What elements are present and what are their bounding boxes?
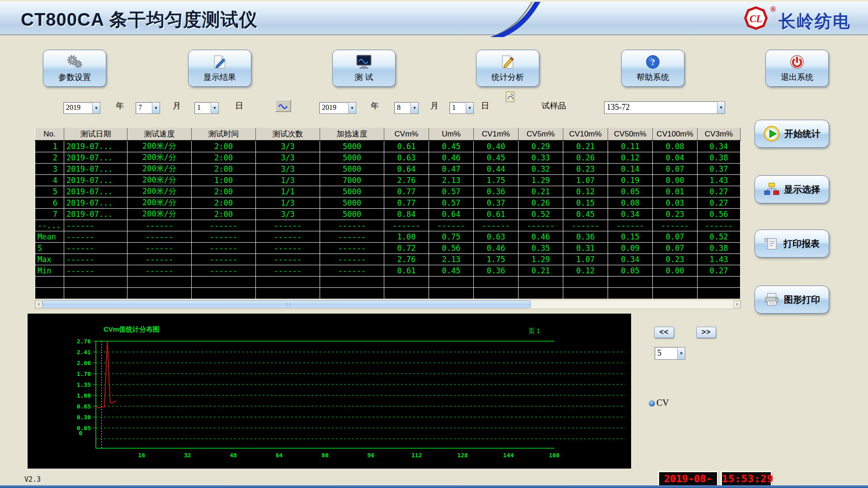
column-header[interactable]: CVm% [384,128,429,141]
table-row[interactable] [35,287,741,299]
start-statistics-button[interactable]: 开始统计 [755,120,829,148]
table-cell: 2019-07... [64,208,127,220]
column-header[interactable]: 测试次数 [256,128,320,141]
table-cell: 0.46 [474,242,519,253]
column-header[interactable]: CV1m% [474,128,519,141]
prev-page-button[interactable]: << [654,327,674,338]
end-year-select[interactable]: 2019 ▼ [319,102,356,114]
dropdown-arrow-icon[interactable]: ▼ [92,103,100,113]
table-row[interactable]: 12019-07...200米/分2:003/350000.610.450.40… [35,141,741,152]
sample-select[interactable]: 135-72 ▼ [604,101,725,114]
show-results-button[interactable]: 显示结果 [188,50,251,87]
table-row[interactable]: Min------------------------------0.610.4… [35,265,741,276]
column-header[interactable]: Um% [429,128,474,141]
table-cell: 0.84 [384,208,429,220]
dropdown-arrow-icon[interactable]: ▼ [466,103,473,113]
table-cell: 0.08 [653,141,698,152]
statistics-analysis-button[interactable]: 统计分析 [476,50,539,87]
table-cell: 3/3 [256,208,320,220]
hand-note-icon [505,91,515,103]
table-row[interactable]: 62019-07...200米/分2:001/350000.770.570.37… [35,197,741,208]
dropdown-arrow-icon[interactable]: ▼ [211,103,218,113]
start-year-select[interactable]: 2019 ▼ [63,102,100,114]
column-header[interactable]: CV10m% [563,128,608,141]
button-label: 显示选择 [784,183,820,196]
table-cell: ------ [64,242,127,253]
table-cell: ------ [64,220,127,231]
table-cell: 0.23 [653,208,698,220]
button-label: 开始统计 [784,128,821,140]
date-range-separator-button[interactable] [275,99,291,112]
table-cell: ------ [256,265,320,276]
dropdown-arrow-icon[interactable]: ▼ [410,103,418,113]
dropdown-arrow-icon[interactable]: ▼ [152,103,160,113]
column-header[interactable]: CV3m% [698,128,741,141]
table-row[interactable]: 42019-07...200米/分1:001/370002.762.131.75… [35,174,741,186]
start-month-select[interactable]: 7 ▼ [136,102,160,114]
exit-system-button[interactable]: 退出系统 [765,50,829,87]
display-select-button[interactable]: 显示选择 [755,175,829,203]
table-cell: 0.44 [474,163,519,174]
svg-text:128: 128 [457,452,468,459]
page-size-select[interactable]: 5 ▼ [655,347,685,360]
table-horizontal-scrollbar[interactable]: ‹ › [35,300,741,309]
column-header[interactable]: 测试日期 [64,128,127,141]
column-header[interactable]: CV5m% [519,128,563,141]
column-header[interactable]: No. [35,128,64,141]
start-month-value: 7 [136,103,152,113]
next-page-button[interactable]: >> [696,327,716,338]
end-month-select[interactable]: 8 ▼ [394,102,419,114]
svg-text:1.35: 1.35 [77,381,91,388]
table-cell: ------ [127,242,192,253]
dropdown-arrow-icon[interactable]: ▼ [717,102,725,113]
table-cell: 4 [35,174,64,186]
column-header[interactable]: 测试速度 [127,128,192,141]
table-cell: 0.33 [519,152,563,163]
column-header[interactable]: 加捻速度 [320,128,384,141]
table-row[interactable]: --...-----------------------------------… [35,220,741,231]
table-cell: 1/3 [256,197,320,208]
table-cell: ------ [320,231,384,242]
scroll-left-arrow[interactable]: ‹ [35,300,42,308]
table-cell: 0.46 [429,152,474,163]
start-day-select[interactable]: 1 ▼ [194,102,219,114]
table-cell [563,287,608,299]
table-row[interactable]: 22019-07...200米/分2:003/350000.630.460.45… [35,152,741,163]
print-graph-button[interactable]: 图形打印 [755,286,829,314]
help-system-button[interactable]: ? 帮助系统 [621,50,684,87]
table-cell: 0.12 [608,152,653,163]
table-cell: 7 [35,208,64,220]
table-row[interactable]: 52019-07...200米/分2:001/150000.770.570.36… [35,186,741,197]
table-cell: 0.23 [563,163,608,174]
table-row[interactable]: Mean------------------------------1.000.… [35,231,741,242]
print-report-button[interactable]: 打印报表 [755,230,829,258]
svg-text:0.30: 0.30 [77,414,91,421]
cv-series-toggle[interactable] [649,400,655,407]
table-cell: 0.46 [519,231,563,242]
table-cell: 0.52 [698,231,741,242]
table-cell: 200米/分 [127,197,192,208]
table-row[interactable]: 72019-07...200米/分2:003/350000.840.640.61… [35,208,741,220]
table-row[interactable] [35,276,741,287]
column-header[interactable]: CV50m% [608,128,653,141]
table-cell: 0.45 [563,208,608,220]
column-header[interactable]: 测试时间 [192,128,256,141]
scroll-right-arrow[interactable]: › [733,300,741,308]
table-cell: 0.32 [519,163,563,174]
table-cell: ------ [698,220,741,231]
params-settings-button[interactable]: 参数设置 [43,50,106,87]
table-row[interactable]: Max------------------------------2.762.1… [35,253,741,265]
sample-label: 试样品 [542,100,566,111]
dropdown-arrow-icon[interactable]: ▼ [348,103,356,113]
table-row[interactable]: 32019-07...200米/分2:003/350000.640.470.44… [35,163,741,174]
scrollbar-thumb[interactable] [42,300,531,308]
table-cell: 5000 [320,208,384,220]
end-day-select[interactable]: 1 ▼ [449,102,474,114]
table-row[interactable]: S------------------------------0.720.560… [35,242,741,253]
dropdown-arrow-icon[interactable]: ▼ [677,347,685,359]
table-cell: 2:00 [192,208,256,220]
test-button[interactable]: 测 试 [332,50,396,87]
table-cell: ------ [192,220,256,231]
column-header[interactable]: CV100m% [653,128,698,141]
page-size-value: 5 [655,347,677,359]
